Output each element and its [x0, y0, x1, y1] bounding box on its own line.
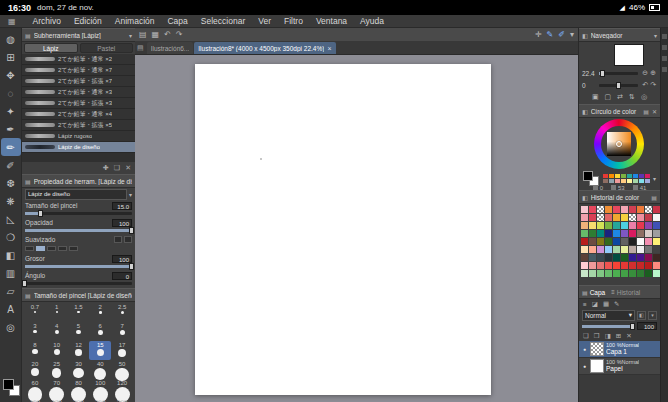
brush-size-cell[interactable]: 2.5 — [111, 303, 133, 322]
color-history-swatch[interactable] — [621, 262, 628, 269]
property-value[interactable]: 15.0 — [112, 202, 132, 210]
color-history-swatch[interactable] — [597, 270, 604, 277]
reset-view-icon[interactable]: ◎ — [641, 93, 647, 101]
color-history-swatch[interactable] — [637, 230, 644, 237]
color-history-swatch[interactable] — [653, 206, 660, 213]
undo-icon[interactable]: ↶ — [164, 30, 171, 39]
panel-menu-icon[interactable]: ▤ — [651, 194, 657, 201]
toolbar-more-icon[interactable]: ▾ — [570, 30, 574, 39]
property-slider[interactable] — [25, 282, 132, 285]
color-history-swatch[interactable] — [621, 270, 628, 277]
color-history-swatch[interactable] — [621, 246, 628, 253]
color-history-swatch[interactable] — [653, 246, 660, 253]
opacity-slider-thumb[interactable] — [630, 323, 635, 330]
subtool-group-tab[interactable]: Lápiz — [24, 43, 78, 53]
layer-visibility-icon[interactable]: ● — [581, 346, 588, 352]
color-history-swatch[interactable] — [589, 238, 596, 245]
brush-size-cell[interactable]: 10 — [46, 341, 68, 360]
workspace-icon[interactable]: ⊞ — [1, 48, 21, 66]
delete-layer-icon[interactable]: ✕ — [626, 332, 631, 340]
layer-grid-icon[interactable]: ▦ — [603, 300, 609, 308]
layer-row[interactable]: ●100 %NormalPapel — [579, 358, 660, 375]
brush-mode-icon[interactable]: ✐ — [558, 30, 565, 39]
color-history-swatch[interactable] — [597, 206, 604, 213]
new-folder-icon[interactable]: ❐ — [594, 332, 600, 340]
brush-size-cell[interactable]: 0.7 — [24, 303, 46, 322]
tab-capa[interactable]: ▤ Capa — [582, 289, 605, 296]
app-grid-icon[interactable]: ▦ — [8, 17, 16, 26]
color-history-swatch[interactable] — [597, 262, 604, 269]
mini-palette-swatch[interactable] — [615, 174, 620, 178]
main-color-swatch[interactable] — [583, 171, 593, 181]
property-option-icon[interactable] — [124, 236, 132, 243]
slider-thumb[interactable] — [22, 280, 27, 287]
property-slider[interactable] — [25, 229, 132, 232]
mini-palette-swatch[interactable] — [621, 174, 626, 178]
subtool-item[interactable]: 2てか鉛筆・通常 ×3 — [22, 87, 135, 98]
brush-size-cell[interactable]: 60 — [24, 379, 46, 398]
color-history-swatch[interactable] — [629, 270, 636, 277]
color-history-swatch[interactable] — [621, 206, 628, 213]
color-history-swatch[interactable] — [621, 254, 628, 261]
color-history-swatch[interactable] — [605, 206, 612, 213]
color-history-swatch[interactable] — [629, 246, 636, 253]
color-history-swatch[interactable] — [581, 262, 588, 269]
menu-item[interactable]: Ayuda — [360, 16, 384, 26]
brush-size-cell[interactable]: 170 — [46, 398, 68, 402]
layer-edit-icon[interactable]: ✎ — [614, 300, 619, 308]
color-history-swatch[interactable] — [629, 254, 636, 261]
brush-size-cell[interactable]: 3 — [24, 322, 46, 341]
flip-horizontal-icon[interactable]: ⇄ — [617, 93, 623, 101]
slider-thumb[interactable] — [38, 210, 43, 217]
snap-settings-icon[interactable]: ▦ — [152, 30, 160, 39]
panel-collapse-icon[interactable]: ✕ — [652, 108, 657, 115]
panel-menu-icon[interactable]: ▤ — [643, 108, 649, 115]
brush-size-cell[interactable]: 15 — [89, 341, 111, 360]
color-history-swatch[interactable] — [629, 238, 636, 245]
color-history-swatch[interactable] — [589, 222, 596, 229]
color-history-swatch[interactable] — [621, 238, 628, 245]
color-history-swatch[interactable] — [629, 230, 636, 237]
color-history-swatch[interactable] — [589, 246, 596, 253]
color-history-swatch[interactable] — [589, 254, 596, 261]
blend-mode-select[interactable]: Normal ▾ — [582, 310, 635, 321]
color-history-swatch[interactable] — [597, 214, 604, 221]
color-history-swatch[interactable] — [581, 246, 588, 253]
menu-item[interactable]: Animación — [115, 16, 155, 26]
color-history-swatch[interactable] — [653, 262, 660, 269]
rotate-right-icon[interactable]: ↷ — [649, 81, 657, 89]
subtool-item[interactable]: Lápiz rugoso — [22, 131, 135, 142]
brush-size-cell[interactable]: 30 — [68, 360, 90, 379]
canvas-area[interactable] — [135, 54, 578, 402]
mini-palette-swatch[interactable] — [645, 174, 650, 178]
color-history-swatch[interactable] — [581, 270, 588, 277]
smoothing-steps[interactable] — [25, 246, 132, 251]
panel-menu-icon[interactable]: ▾ — [129, 32, 132, 39]
tab-list-icon[interactable]: ▤ — [137, 44, 144, 52]
layer-visibility-icon[interactable]: ● — [581, 363, 588, 369]
document-tab[interactable]: Ilustración6... — [147, 42, 194, 54]
brush-size-cell[interactable]: 100 — [89, 379, 111, 398]
brush-tool[interactable]: ✐ — [1, 156, 21, 174]
color-history-swatch[interactable] — [581, 214, 588, 221]
color-history-swatch[interactable] — [613, 206, 620, 213]
mini-palette-swatch[interactable] — [633, 174, 638, 178]
color-history-swatch[interactable] — [581, 222, 588, 229]
subtool-item[interactable]: 2てか鉛筆・通常 ×7 — [22, 65, 135, 76]
property-slider[interactable] — [25, 212, 132, 215]
merge-layer-icon[interactable]: ⊞ — [616, 332, 621, 340]
document-canvas[interactable] — [195, 64, 491, 395]
color-history-swatch[interactable] — [653, 254, 660, 261]
smoothing-step[interactable] — [69, 246, 78, 251]
color-history-swatch[interactable] — [629, 262, 636, 269]
mini-palette-swatch[interactable] — [615, 179, 620, 183]
color-history-swatch[interactable] — [589, 230, 596, 237]
subtool-item[interactable]: 2てか鉛筆・拡張 ×7 — [22, 76, 135, 87]
color-history-swatch[interactable] — [613, 214, 620, 221]
color-history-swatch[interactable] — [613, 238, 620, 245]
color-history-swatch[interactable] — [653, 238, 660, 245]
text-tool[interactable]: A — [1, 300, 21, 318]
color-history-swatch[interactable] — [653, 214, 660, 221]
fit-to-screen-icon[interactable]: ▣ — [592, 93, 599, 101]
color-history-swatch[interactable] — [645, 206, 652, 213]
